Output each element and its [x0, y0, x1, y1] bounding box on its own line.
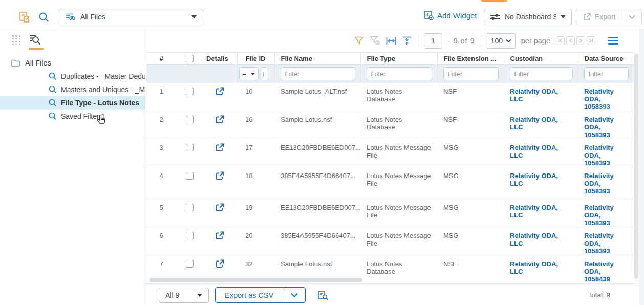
per-page-select[interactable]: 100: [487, 33, 516, 49]
custodian-link[interactable]: Relativity ODA, LLC: [510, 232, 572, 247]
data-source-link[interactable]: Relativity ODA, 1058393: [584, 88, 628, 111]
custodian-filter-input[interactable]: [510, 67, 573, 80]
global-search-icon[interactable]: [38, 12, 50, 23]
horizontal-scrollbar-thumb[interactable]: [149, 278, 362, 282]
filter-toggle-icon[interactable]: [354, 36, 364, 46]
open-details-icon[interactable]: [216, 203, 224, 212]
export-label: Export: [595, 13, 615, 21]
open-details-icon[interactable]: [216, 259, 224, 268]
file-id-filter-input[interactable]: [261, 67, 268, 80]
tree-item-saved-search[interactable]: Duplicates - _Master Dedupe F: [0, 70, 145, 83]
custodian-link[interactable]: Relativity ODA, LLC: [510, 144, 572, 159]
selection-scope-dropdown[interactable]: All 9: [159, 288, 209, 303]
cell-file-id: 18: [237, 167, 274, 199]
cell-file-name: Sample Lotus.nsf: [274, 111, 360, 139]
tree-root-label: All Files: [25, 59, 51, 67]
data-source-link[interactable]: Relativity ODA, 1058393: [584, 232, 628, 255]
custodian-link[interactable]: Relativity ODA, LLC: [510, 260, 572, 275]
cell-file-name: 385E4A5955F4D66407...: [274, 167, 360, 199]
header-row: # Details File ID File Name File Type Fi…: [146, 53, 634, 65]
custodian-link[interactable]: Relativity ODA, LLC: [510, 204, 572, 219]
column-header-number[interactable]: #: [146, 53, 177, 65]
cell-file-id: 20: [237, 227, 274, 255]
view-selector-dropdown[interactable]: All Files: [59, 9, 203, 25]
open-details-icon[interactable]: [216, 171, 224, 180]
open-details-icon[interactable]: [216, 87, 224, 96]
file-extension-filter-input[interactable]: [443, 67, 499, 80]
add-widget-button[interactable]: Add Widget: [424, 11, 477, 20]
custodian-link[interactable]: Relativity ODA, LLC: [510, 116, 572, 131]
cell-file-type: Lotus Notes Message File: [360, 227, 437, 255]
column-header-file-id[interactable]: File ID: [237, 53, 274, 65]
save-as-search-icon[interactable]: [318, 290, 328, 300]
last-page-button[interactable]: [587, 36, 595, 45]
export-options-button[interactable]: [622, 9, 641, 25]
row-checkbox[interactable]: [186, 260, 194, 268]
column-header-file-extension[interactable]: File Extension ...: [437, 53, 504, 65]
tree-item-label: File Type - Lotus Notes: [61, 99, 139, 107]
column-header-data-source[interactable]: Data Source: [578, 53, 634, 65]
column-header-select-all: [177, 53, 202, 65]
column-header-file-type[interactable]: File Type: [360, 53, 437, 65]
custodian-link[interactable]: Relativity ODA, LLC: [510, 88, 572, 103]
per-page-label: per page: [521, 37, 550, 45]
grid-footer: All 9 Export as CSV Total: 9: [145, 285, 639, 305]
expand-columns-icon[interactable]: [386, 36, 396, 46]
row-checkbox[interactable]: [186, 172, 194, 180]
tree-item-saved-search[interactable]: Masters and Uniques - _Maste: [0, 83, 145, 96]
open-details-icon[interactable]: [216, 231, 224, 240]
data-source-link[interactable]: Relativity ODA, 1058393: [584, 116, 628, 139]
view-selector-label: All Files: [80, 13, 186, 21]
column-header-custodian[interactable]: Custodian: [504, 53, 578, 65]
saved-search-browser-tab[interactable]: [29, 34, 41, 49]
per-page-value: 100: [491, 37, 503, 45]
search-icon: [49, 112, 57, 120]
data-source-filter-input[interactable]: [584, 67, 629, 80]
first-page-button[interactable]: [556, 36, 565, 45]
row-checkbox[interactable]: [186, 232, 194, 239]
previous-page-button[interactable]: [566, 36, 575, 45]
search-icon: [49, 72, 57, 80]
view-eye-icon: [66, 13, 75, 21]
row-checkbox[interactable]: [186, 144, 194, 151]
select-all-checkbox[interactable]: [186, 55, 194, 62]
file-list-table: # Details File ID File Name File Type Fi…: [146, 52, 634, 305]
export-button[interactable]: Export: [576, 9, 622, 25]
page-number-input[interactable]: [424, 33, 442, 49]
cell-file-id: 19: [237, 199, 274, 227]
saved-search-tree: All Files Duplicates - _Master Dedupe F …: [0, 56, 145, 123]
data-source-link[interactable]: Relativity ODA, 1058393: [584, 172, 628, 195]
row-checkbox[interactable]: [186, 204, 194, 211]
tree-item-saved-search[interactable]: Saved Filter 1: [0, 110, 145, 123]
collapse-rows-icon[interactable]: [402, 36, 412, 46]
file-id-operator-select[interactable]: =: [239, 67, 259, 80]
open-details-icon[interactable]: [216, 143, 224, 152]
data-source-link[interactable]: Relativity ODA, 1058393: [584, 204, 628, 227]
cell-file-extension: NSF: [437, 83, 504, 111]
tree-root-all-files[interactable]: All Files: [0, 56, 145, 70]
clear-filters-icon[interactable]: [370, 36, 380, 46]
row-checkbox[interactable]: [186, 116, 194, 123]
export-as-csv-button[interactable]: Export as CSV: [216, 288, 283, 302]
export-as-csv-options-button[interactable]: [283, 288, 305, 302]
cell-file-extension: MSG: [437, 139, 504, 167]
tree-item-saved-search[interactable]: File Type - Lotus Notes: [0, 96, 145, 110]
column-header-details[interactable]: Details: [202, 53, 237, 65]
column-header-file-name[interactable]: File Name: [274, 53, 360, 65]
vertical-scrollbar-thumb[interactable]: [634, 54, 638, 279]
workspace-panel-icon[interactable]: [19, 12, 29, 23]
data-source-link[interactable]: Relativity ODA, 1058393: [584, 144, 628, 167]
next-page-button[interactable]: [576, 36, 585, 45]
top-bar: All Files Add Widget No Dashboard S...: [0, 0, 644, 29]
cell-file-extension: NSF: [437, 111, 504, 139]
custodian-link[interactable]: Relativity ODA, LLC: [510, 172, 572, 187]
cell-file-type: Lotus Notes Message File: [360, 139, 437, 167]
dashboard-selector-dropdown[interactable]: No Dashboard S...: [484, 9, 572, 25]
drag-handle[interactable]: [12, 35, 20, 45]
add-widget-icon: [424, 11, 434, 20]
file-name-filter-input[interactable]: [281, 67, 355, 80]
open-details-icon[interactable]: [216, 115, 224, 124]
row-checkbox[interactable]: [186, 88, 194, 95]
file-type-filter-input[interactable]: [367, 67, 432, 80]
grid-menu-icon[interactable]: [608, 35, 618, 47]
